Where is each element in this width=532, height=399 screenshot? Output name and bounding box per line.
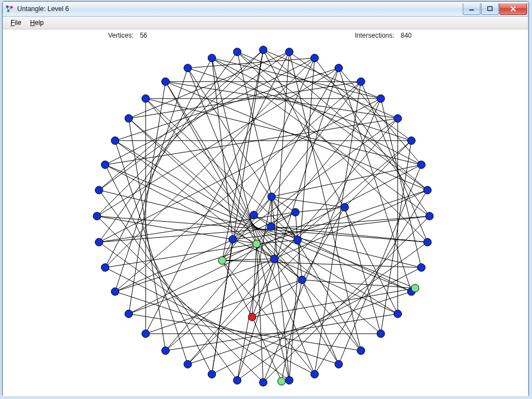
graph-vertex[interactable] bbox=[229, 236, 237, 243]
graph-vertex[interactable] bbox=[357, 78, 365, 85]
graph-vertex[interactable] bbox=[233, 48, 241, 56]
graph-edge bbox=[252, 288, 415, 317]
graph-vertex[interactable] bbox=[95, 238, 103, 246]
window-buttons bbox=[462, 3, 527, 14]
graph-vertex[interactable] bbox=[407, 137, 415, 145]
graph-vertex[interactable] bbox=[411, 284, 419, 292]
graph-vertex[interactable] bbox=[248, 313, 256, 321]
graph-vertex[interactable] bbox=[125, 310, 132, 318]
graph-edge bbox=[272, 197, 345, 207]
graph-vertex[interactable] bbox=[184, 64, 192, 72]
graph-edge bbox=[381, 99, 421, 268]
graph-vertex[interactable] bbox=[394, 310, 402, 318]
graph-edge bbox=[381, 141, 411, 334]
graph-edge bbox=[263, 50, 381, 99]
graph-vertex[interactable] bbox=[111, 137, 119, 145]
graph-vertex[interactable] bbox=[426, 212, 433, 220]
graph-vertex[interactable] bbox=[357, 347, 365, 355]
graph-vertex[interactable] bbox=[125, 115, 132, 122]
graph-vertex[interactable] bbox=[278, 377, 285, 385]
graph-edge bbox=[146, 99, 298, 240]
graph-vertex[interactable] bbox=[259, 378, 267, 386]
graph-vertex[interactable] bbox=[417, 161, 425, 168]
graph-edge bbox=[105, 165, 212, 374]
graph-vertex[interactable] bbox=[184, 360, 192, 368]
graph-vertex[interactable] bbox=[423, 186, 431, 194]
graph-edge bbox=[302, 280, 339, 364]
close-button[interactable] bbox=[499, 3, 527, 15]
graph-edge bbox=[105, 165, 257, 244]
graph-edge bbox=[233, 216, 429, 239]
graph-edge bbox=[188, 291, 411, 364]
svg-rect-7 bbox=[488, 7, 492, 11]
graph-vertex[interactable] bbox=[101, 161, 109, 168]
graph-vertex[interactable] bbox=[377, 330, 385, 337]
graph-edge bbox=[339, 68, 421, 165]
graph-vertex[interactable] bbox=[394, 115, 402, 122]
graph-edge bbox=[97, 216, 263, 382]
graph-edge bbox=[97, 216, 233, 239]
graph-edge bbox=[237, 52, 272, 197]
graph-edge bbox=[212, 58, 421, 165]
graph-vertex[interactable] bbox=[111, 288, 119, 295]
vertices-value: 56 bbox=[140, 32, 147, 39]
graph-edge bbox=[271, 212, 295, 227]
graph-edge bbox=[105, 58, 212, 268]
graph-edge bbox=[212, 268, 421, 375]
menu-file[interactable]: File bbox=[6, 18, 25, 28]
stats-bar: Vertices: 56 Intersections: 840 bbox=[3, 29, 528, 42]
graph-edge bbox=[105, 268, 315, 375]
titlebar[interactable]: Untangle: Level 6 bbox=[3, 2, 528, 17]
graph-vertex[interactable] bbox=[291, 208, 299, 216]
graph-vertex[interactable] bbox=[294, 236, 301, 244]
svg-line-4 bbox=[8, 7, 12, 11]
graph-vertex[interactable] bbox=[233, 376, 241, 384]
graph-vertex[interactable] bbox=[311, 370, 319, 378]
graph-vertex[interactable] bbox=[208, 370, 216, 378]
graph-edge bbox=[97, 68, 339, 216]
graph-vertex[interactable] bbox=[335, 360, 342, 368]
graph-vertex[interactable] bbox=[253, 240, 260, 248]
graph-vertex[interactable] bbox=[250, 211, 258, 219]
graph-vertex[interactable] bbox=[95, 186, 103, 194]
graph-svg bbox=[3, 42, 528, 396]
graph-vertex[interactable] bbox=[259, 46, 267, 54]
graph-vertex[interactable] bbox=[162, 347, 170, 355]
graph-vertex[interactable] bbox=[423, 238, 431, 246]
graph-edge bbox=[105, 244, 257, 268]
graph-canvas[interactable] bbox=[3, 42, 528, 396]
graph-vertex[interactable] bbox=[93, 212, 101, 220]
graph-vertex[interactable] bbox=[335, 64, 342, 72]
graph-vertex[interactable] bbox=[285, 376, 293, 384]
maximize-button[interactable] bbox=[481, 3, 499, 15]
graph-vertex[interactable] bbox=[377, 95, 385, 103]
graph-vertex[interactable] bbox=[218, 257, 226, 264]
graph-vertex[interactable] bbox=[268, 193, 275, 201]
graph-edge bbox=[272, 165, 421, 197]
graph-edge bbox=[237, 52, 427, 242]
graph-vertex[interactable] bbox=[417, 264, 425, 272]
graph-vertex[interactable] bbox=[142, 95, 150, 103]
vertices-label: Vertices: bbox=[108, 32, 134, 39]
graph-vertex[interactable] bbox=[208, 54, 216, 62]
graph-edge bbox=[254, 215, 411, 291]
graph-vertex[interactable] bbox=[142, 330, 150, 337]
graph-vertex[interactable] bbox=[162, 78, 170, 85]
graph-vertex[interactable] bbox=[101, 264, 109, 272]
graph-vertex[interactable] bbox=[298, 276, 306, 284]
graph-vertex[interactable] bbox=[311, 54, 319, 62]
graph-vertex[interactable] bbox=[267, 223, 275, 231]
graph-edge bbox=[166, 81, 257, 244]
menu-help[interactable]: Help bbox=[25, 18, 48, 28]
graph-edge bbox=[212, 58, 381, 99]
graph-vertex[interactable] bbox=[341, 203, 349, 211]
graph-vertex[interactable] bbox=[270, 255, 278, 263]
intersections-label: Intersections: bbox=[355, 32, 394, 39]
graph-edge bbox=[166, 141, 412, 351]
graph-edge bbox=[361, 81, 427, 242]
minimize-button[interactable] bbox=[463, 3, 480, 15]
graph-edge bbox=[105, 58, 315, 165]
graph-edge bbox=[212, 58, 233, 239]
graph-vertex[interactable] bbox=[285, 48, 293, 56]
graph-edge bbox=[271, 197, 272, 227]
